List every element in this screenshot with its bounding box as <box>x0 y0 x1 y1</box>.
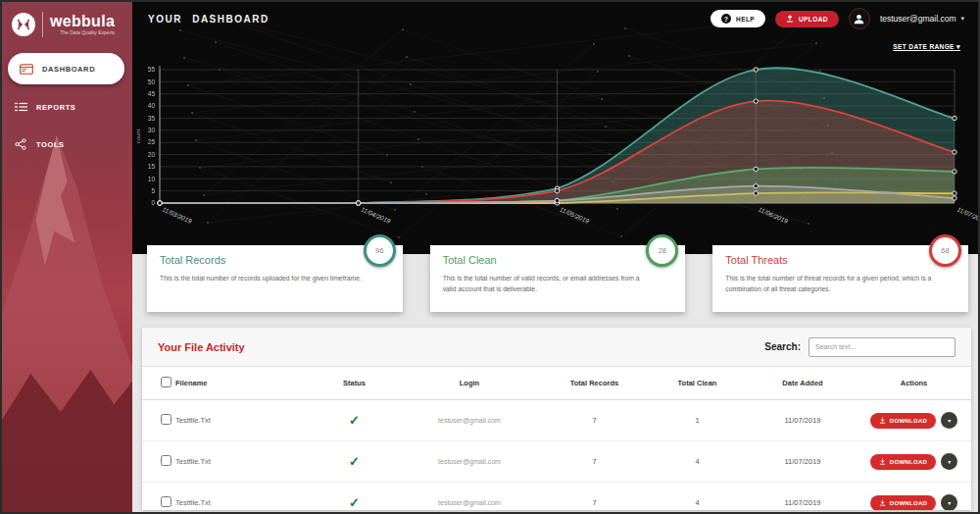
cell-total-records: 7 <box>543 498 646 507</box>
svg-text:5: 5 <box>151 187 155 194</box>
webbula-logo: webbula The Data Quality Experts <box>2 2 132 45</box>
chevron-down-icon: ▾ <box>956 43 960 50</box>
upload-button[interactable]: UPLOAD <box>775 11 839 27</box>
row-checkbox[interactable] <box>161 455 172 466</box>
svg-text:11/06/2019: 11/06/2019 <box>758 206 789 226</box>
svg-text:11/05/2019: 11/05/2019 <box>559 206 590 226</box>
topbar: YOUR DASHBOARD ? HELP UPLOAD <box>132 2 978 35</box>
webbula-logo-icon <box>12 13 35 36</box>
sidebar-item-dashboard[interactable]: DASHBOARD <box>8 53 124 84</box>
cell-login: testuser@gmail.com <box>396 458 543 465</box>
table-body: Testfile.Txt ✓ testuser@gmail.com 7 1 11… <box>142 400 971 510</box>
svg-text:45: 45 <box>148 90 156 97</box>
search-input[interactable] <box>808 337 956 357</box>
reports-list-icon <box>14 101 27 113</box>
svg-text:35: 35 <box>148 115 156 122</box>
svg-text:50: 50 <box>148 78 156 85</box>
col-login: Login <box>396 379 543 387</box>
card-title: Total Clean <box>443 254 673 266</box>
account-email: testuser@gmail.com <box>880 14 956 24</box>
set-date-range-label: SET DATE RANGE <box>893 43 955 50</box>
row-more-button[interactable]: ▾ <box>941 412 957 429</box>
status-check-icon: ✓ <box>349 454 360 469</box>
table-header-row: Filename Status Login Total Records Tota… <box>142 367 971 400</box>
svg-text:25: 25 <box>148 138 156 145</box>
cell-total-records: 7 <box>543 416 646 425</box>
search-label: Search: <box>764 341 801 352</box>
download-icon <box>879 417 886 425</box>
card-title: Total Records <box>160 254 390 266</box>
sidebar-nav: DASHBOARD REPORTS <box>2 53 132 159</box>
help-button[interactable]: ? HELP <box>710 10 765 27</box>
cell-total-clean: 4 <box>646 457 749 466</box>
col-actions: Actions <box>857 379 971 387</box>
logo-divider <box>42 12 43 37</box>
col-filename: Filename <box>175 379 313 387</box>
page-title: YOUR DASHBOARD <box>148 14 270 25</box>
sidebar-item-label: DASHBOARD <box>42 65 95 74</box>
download-button[interactable]: DOWNLOAD <box>870 495 936 511</box>
dashboard-dark-section: 0510152025303540455055count11/03/201911/… <box>132 2 978 254</box>
help-label: HELP <box>736 16 755 23</box>
select-all-checkbox[interactable] <box>161 377 172 387</box>
avatar[interactable] <box>849 8 870 29</box>
question-icon: ? <box>721 14 731 24</box>
cell-total-records: 7 <box>543 457 646 466</box>
row-checkbox[interactable] <box>161 496 172 507</box>
download-icon <box>879 458 886 466</box>
account-menu[interactable]: testuser@gmail.com ▾ <box>880 14 964 24</box>
col-date-added: Date Added <box>749 379 857 387</box>
main-content: 0510152025303540455055count11/03/201911/… <box>132 2 978 512</box>
cell-filename: Testfile.Txt <box>175 416 313 425</box>
tools-icon <box>14 138 27 150</box>
cell-login: testuser@gmail.com <box>396 417 543 424</box>
cell-login: testuser@gmail.com <box>396 499 543 506</box>
download-label: DOWNLOAD <box>890 459 927 465</box>
download-button[interactable]: DOWNLOAD <box>870 454 936 470</box>
card-value-badge: 28 <box>646 234 678 267</box>
cell-date-added: 11/07/2019 <box>749 416 857 425</box>
svg-text:10: 10 <box>148 176 156 182</box>
row-more-button[interactable]: ▾ <box>941 453 957 470</box>
table-row: Testfile.Txt ✓ testuser@gmail.com 7 1 11… <box>142 400 971 441</box>
set-date-range-link[interactable]: SET DATE RANGE ▾ <box>893 43 960 51</box>
activity-chart: 0510152025303540455055count11/03/201911/… <box>132 55 980 230</box>
summary-cards: Total Records This is the total number o… <box>147 245 968 312</box>
download-label: DOWNLOAD <box>890 418 927 424</box>
cell-date-added: 11/07/2019 <box>749 498 857 507</box>
svg-text:count: count <box>135 128 141 143</box>
download-button[interactable]: DOWNLOAD <box>870 413 936 429</box>
card-total-threats: Total Threats This is the total number o… <box>712 245 968 312</box>
upload-label: UPLOAD <box>799 16 828 23</box>
app-window: webbula The Data Quality Experts DASHBOA… <box>0 0 980 514</box>
svg-text:11/07/2019: 11/07/2019 <box>956 206 980 226</box>
dashboard-icon <box>20 63 33 75</box>
svg-text:11/04/2019: 11/04/2019 <box>360 206 391 226</box>
col-total-clean: Total Clean <box>646 379 749 387</box>
sidebar-item-tools[interactable]: TOOLS <box>2 129 132 159</box>
card-description: This is the total number of valid record… <box>443 273 655 294</box>
card-title: Total Threats <box>725 254 956 266</box>
chevron-down-icon: ▾ <box>948 417 951 424</box>
svg-text:0: 0 <box>151 199 155 206</box>
sidebar: webbula The Data Quality Experts DASHBOA… <box>2 2 132 512</box>
table-row: Testfile.Txt ✓ testuser@gmail.com 7 4 11… <box>142 483 971 510</box>
sidebar-item-label: REPORTS <box>36 103 75 112</box>
sidebar-item-reports[interactable]: REPORTS <box>2 92 132 122</box>
brand-tagline: The Data Quality Experts <box>50 29 115 35</box>
file-activity-panel: Your File Activity Search: Filename Stat… <box>142 328 971 510</box>
sidebar-item-label: TOOLS <box>36 140 65 149</box>
row-more-button[interactable]: ▾ <box>941 494 957 510</box>
chevron-down-icon: ▾ <box>960 15 964 23</box>
card-description: This is the total number of records uplo… <box>160 273 371 283</box>
chevron-down-icon: ▾ <box>948 499 951 506</box>
card-value-badge: 68 <box>929 234 961 267</box>
cell-filename: Testfile.Txt <box>175 457 313 466</box>
card-value-badge: 96 <box>364 234 396 267</box>
cell-total-clean: 1 <box>646 416 749 425</box>
col-status: Status <box>313 379 396 387</box>
cell-total-clean: 4 <box>646 498 749 507</box>
row-checkbox[interactable] <box>161 414 172 425</box>
svg-text:30: 30 <box>148 127 156 133</box>
panel-title: Your File Activity <box>158 341 245 353</box>
